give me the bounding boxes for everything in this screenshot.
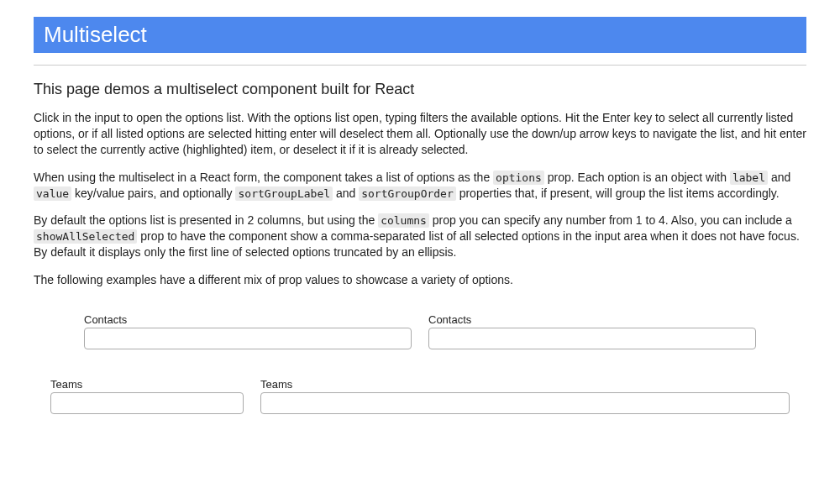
demo-row-2: Teams Teams [50,378,790,414]
field-label: Teams [260,378,790,391]
para2-text: and [333,186,359,200]
page-banner: Multiselect [34,17,806,53]
field-label: Teams [50,378,244,391]
intro-paragraph-4: The following examples have a different … [34,272,806,288]
page-title: Multiselect [44,22,796,48]
para2-text: When using the multiselect in a React fo… [34,171,493,184]
divider [34,65,806,66]
multiselect-input[interactable] [428,328,756,349]
code-value: value [34,186,71,201]
para3-text: prop to have the component show a comma-… [34,229,800,259]
intro-paragraph-3: By default the options list is presented… [34,213,806,260]
page-subhead: This page demos a multiselect component … [34,81,806,98]
code-label: label [730,171,768,185]
multiselect-teams-1: Teams [50,378,244,414]
para2-text: prop. Each option is an object with [544,171,730,184]
multiselect-input[interactable] [50,392,244,414]
multiselect-input[interactable] [260,392,790,414]
para3-text: By default the options list is presented… [34,213,378,227]
multiselect-contacts-1: Contacts [84,313,412,349]
code-sortgrouporder: sortGroupOrder [359,186,456,201]
field-label: Contacts [84,313,412,326]
demo-row-1: Contacts Contacts [84,313,756,349]
code-columns: columns [378,213,429,228]
field-label: Contacts [428,313,756,326]
code-showallselected: showAllSelected [34,229,137,244]
multiselect-contacts-2: Contacts [428,313,756,349]
intro-paragraph-2: When using the multiselect in a React fo… [34,170,806,202]
para3-text: prop you can specify any number from 1 t… [429,213,792,227]
code-sortgrouplabel: sortGroupLabel [235,186,333,201]
para2-text: properties that, if present, will group … [456,186,780,200]
multiselect-teams-2: Teams [260,378,790,414]
para2-text: key/value pairs, and optionally [71,186,235,200]
intro-paragraph-1: Click in the input to open the options l… [34,110,806,158]
demo-area-2: Teams Teams [34,378,806,414]
para2-text: and [768,171,790,184]
demo-area: Contacts Contacts [34,313,806,349]
code-options: options [493,171,544,185]
multiselect-input[interactable] [84,328,412,349]
